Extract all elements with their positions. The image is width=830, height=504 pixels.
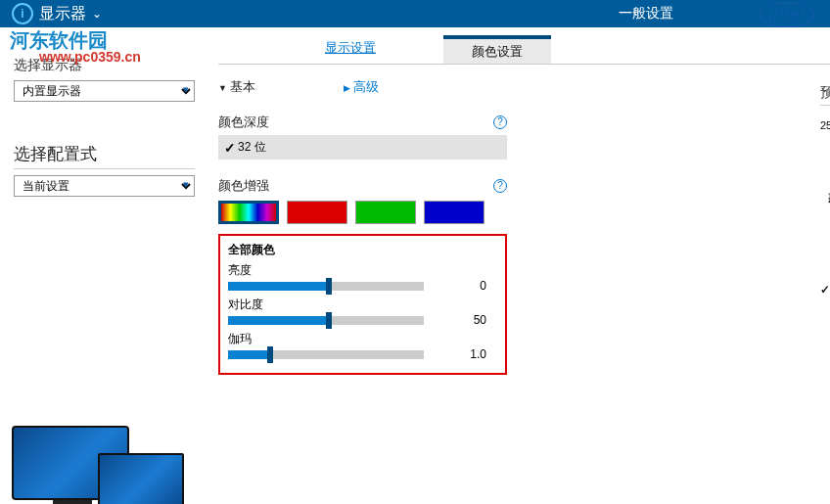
swatch-green[interactable] — [355, 201, 416, 224]
contrast-slider[interactable] — [228, 316, 424, 325]
select-profile-label: 选择配置式 — [14, 143, 195, 169]
check-icon: ✓ — [224, 140, 236, 156]
gamma-value: 1.0 — [457, 347, 486, 361]
sliders-highlight-box: 全部颜色 亮度 0 对比度 — [218, 234, 507, 375]
contrast-value: 50 — [457, 313, 486, 327]
brightness-value: 0 — [457, 279, 486, 293]
gamma-slider[interactable] — [228, 350, 424, 359]
example-1-selected[interactable]: 示例 1 — [820, 282, 830, 298]
color-depth-label: 颜色深度 — [218, 114, 269, 131]
info-icon[interactable]: ? — [493, 179, 507, 193]
tab-color-settings[interactable]: 颜色设置 — [443, 36, 551, 64]
watermark-url: www.pc0359.cn — [39, 49, 141, 65]
chart-ymax: 255 — [820, 119, 830, 131]
topbar: i 显示器 ⌄ 一般设置 — [0, 0, 830, 27]
contrast-label: 对比度 — [228, 297, 495, 313]
preview-label: 预览 — [820, 84, 830, 102]
intel-logo: intel — [759, 4, 814, 26]
display-select[interactable]: 内置显示器 — [14, 80, 195, 102]
sliders-group-title: 全部颜色 — [228, 242, 495, 258]
page-title: 显示器 — [39, 4, 86, 24]
color-depth-value[interactable]: ✓ 32 位 — [218, 135, 507, 160]
slider-thumb[interactable] — [326, 312, 332, 329]
swatch-blue[interactable] — [424, 201, 484, 224]
tab-row: 显示设置 颜色设置 — [218, 35, 830, 65]
profile-select[interactable]: 当前设置 — [14, 175, 195, 197]
preview-chart: 255 0 255 RGB 亮度 — [820, 119, 830, 266]
laptop-icon — [98, 453, 184, 504]
device-illustration — [12, 426, 129, 500]
slider-thumb[interactable] — [326, 278, 332, 295]
swatch-all-colors[interactable] — [218, 201, 279, 224]
brand-icon: i — [12, 3, 33, 24]
general-settings-link[interactable]: 一般设置 — [619, 5, 673, 23]
tab-display-settings[interactable]: 显示设置 — [297, 39, 404, 61]
sidebar: 选择显示器 内置显示器 选择配置式 当前设置 — [0, 27, 203, 504]
color-enhancement-label: 颜色增强 — [218, 177, 269, 195]
swatch-red[interactable] — [287, 201, 347, 224]
brightness-label: 亮度 — [228, 262, 495, 279]
brightness-slider[interactable] — [228, 282, 424, 291]
gamma-label: 伽玛 — [228, 331, 495, 347]
slider-thumb[interactable] — [267, 346, 273, 363]
subtab-basic[interactable]: 基本 — [218, 78, 255, 96]
chevron-down-icon[interactable]: ⌄ — [92, 7, 102, 21]
info-icon[interactable]: ? — [493, 115, 507, 129]
subtab-advanced[interactable]: 高级 — [344, 78, 379, 96]
